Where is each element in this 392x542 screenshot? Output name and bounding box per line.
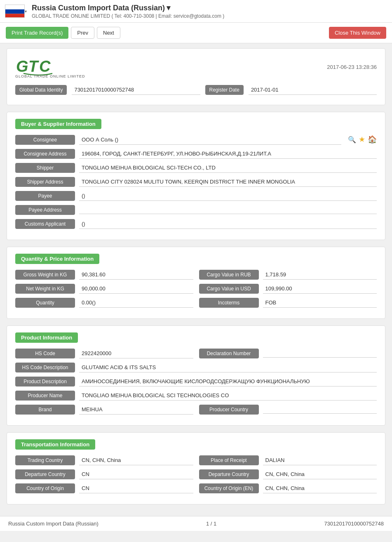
declaration-number-value [263,349,377,358]
country-of-origin-value: CN [79,483,193,493]
print-button[interactable]: Print Trade Record(s) [6,27,68,39]
departure-country-row: Departure Country CN [15,469,193,479]
producer-name-label: Producer Name [15,391,75,401]
quantity-value: 0.00() [79,298,193,308]
payee-label: Payee [15,191,75,201]
transportation-cols: Trading Country CN, CHN, China Departure… [15,455,377,497]
incoterms-value: FOB [263,298,377,308]
hs-code-label: HS Code [15,349,75,358]
departure-country-label: Departure Country [15,469,75,479]
page-subtitle: GLOBAL TRADE ONLINE LIMITED ( Tel: 400-7… [32,13,224,19]
record-header: G T C GLOBAL TRADE ONLINE LIMITED 2017-0… [15,55,377,78]
consignee-row: Consignee ООО А Соль () 🔍 ★ 🏠 [15,135,377,145]
logo-area: G T C GLOBAL TRADE ONLINE LIMITED [15,55,85,78]
quantity-price-cols: Gross Weight in KG 90,381.60 Net Weight … [15,270,377,312]
svg-text:T: T [28,58,39,75]
prev-button[interactable]: Prev [71,27,94,39]
buyer-supplier-card: Buyer & Supplier Information Consignee О… [7,112,385,240]
footer-center: 1 / 1 [206,521,216,527]
country-of-origin-en-label: Country of Origin (EN) [199,483,259,493]
top-bar: ▾ Russia Custom Import Data (Russian) ▾ … [0,0,392,23]
customs-applicant-value: () [79,219,377,229]
declaration-number-label: Declaration Number [199,349,259,358]
customs-applicant-label: Customs Applicant [15,219,75,229]
home-icon[interactable]: 🏠 [368,135,377,144]
close-button[interactable]: Close This Window [329,27,386,39]
hs-code-left: HS Code 2922420000 [15,349,193,363]
consignee-value: ООО А Соль () [79,135,341,145]
brand-label: Brand [15,405,75,415]
register-date-value: 2017-01-01 [249,85,377,95]
svg-text:C: C [39,58,51,75]
shipper-row: Shipper TONGLIAO MEIHUA BIOLOGICAL SCI-T… [15,163,377,173]
global-data-row: Global Data Identity 7301201701000075274… [15,85,377,95]
quantity-label: Quantity [15,298,75,308]
search-icon[interactable]: 🔍 [348,136,356,144]
product-description-row: Product Description АМИНОСОЕДИНЕНИЯ, ВКЛ… [15,377,377,386]
top-title-area: Russia Custom Import Data (Russian) ▾ GL… [32,3,224,19]
content-area: G T C GLOBAL TRADE ONLINE LIMITED 2017-0… [0,43,392,516]
cargo-rub-label: Cargo Value in RUB [199,270,259,280]
svg-text:G: G [16,58,28,75]
quantity-price-card: Quantity & Price Information Gross Weigh… [7,247,385,319]
product-info-title: Product Information [15,332,78,343]
next-button[interactable]: Next [97,27,120,39]
country-of-origin-en-value: CN, CHN, China [263,483,377,493]
register-date-label: Register Date [205,85,244,95]
flag-dropdown[interactable]: ▾ [25,9,27,14]
trading-country-value: CN, CHN, China [79,455,193,465]
incoterms-label: Incoterms [199,298,259,308]
brand-left: Brand MEIHUA [15,405,193,419]
brand-producer-country-row: Brand MEIHUA Producer Country [15,405,377,419]
departure-country-right-label: Departure Country [199,469,259,479]
consignee-address-value: 196084, ГОРОД, САНКТ-ПЕТЕРБУРГ, УЛ.НОВО-… [79,149,377,159]
consignee-address-label: Consignee Address [15,149,75,159]
footer-bar: Russia Custom Import Data (Russian) 1 / … [0,516,392,531]
declaration-number-row: Declaration Number [199,349,377,358]
incoterms-row: Incoterms FOB [199,298,377,308]
producer-country-value [263,405,377,414]
departure-country-right-row: Departure Country CN, CHN, China [199,469,377,479]
footer-left: Russia Custom Import Data (Russian) [8,521,99,527]
payee-row: Payee () [15,191,377,201]
transportation-title: Transportation Information [15,439,95,450]
shipper-address-value: TONGLIAO CITY 028024 MULITU TOWN, KEERQI… [79,177,377,187]
consignee-icons: 🔍 ★ 🏠 [348,135,377,144]
star-icon[interactable]: ★ [359,135,365,144]
hs-code-field-row: HS Code 2922420000 [15,349,193,358]
payee-value: () [79,191,377,201]
product-info-card: Product Information HS Code 2922420000 D… [7,325,385,426]
hs-description-row: HS Code Description GLUTAMIC ACID & ITS … [15,363,377,372]
gross-weight-label: Gross Weight in KG [15,270,75,280]
net-weight-row: Net Weight in KG 90,000.00 [15,284,193,294]
place-of-receipt-label: Place of Receipt [199,455,259,465]
footer-right: 73012017010000752748 [324,521,384,527]
trading-country-row: Trading Country CN, CHN, China [15,455,193,465]
brand-field-row: Brand MEIHUA [15,405,193,415]
producer-country-label: Producer Country [199,405,259,415]
product-description-label: Product Description [15,377,75,386]
departure-country-right-value: CN, CHN, China [263,469,377,479]
product-description-value: АМИНОСОЕДИНЕНИЯ, ВКЛЮЧАЮЩИЕ КИСЛОРОДСОДЕ… [79,377,377,386]
shipper-label: Shipper [15,163,75,173]
shipper-value: TONGLIAO MEIHUA BIOLOGICAL SCI-TECH CO.,… [79,163,377,173]
global-data-identity-label: Global Data Identity [15,85,67,95]
hs-code-row: HS Code 2922420000 Declaration Number [15,349,377,363]
producer-name-row: Producer Name TONGLIAO MEIHUA BIOLOGICAL… [15,391,377,401]
record-card: G T C GLOBAL TRADE ONLINE LIMITED 2017-0… [7,48,385,105]
gross-weight-row: Gross Weight in KG 90,381.60 [15,270,193,280]
transportation-right: Place of Receipt DALIAN Departure Countr… [199,455,377,497]
cargo-usd-row: Cargo Value in USD 109,990.00 [199,284,377,294]
gross-weight-value: 90,381.60 [79,270,193,280]
producer-country-row: Producer Country [199,405,377,415]
place-of-receipt-value: DALIAN [263,455,377,465]
hs-code-value: 2922420000 [79,349,193,358]
quantity-price-left: Gross Weight in KG 90,381.60 Net Weight … [15,270,193,312]
quantity-row: Quantity 0.00() [15,298,193,308]
toolbar: Print Trade Record(s) Prev Next Close Th… [0,23,392,43]
buyer-supplier-title: Buyer & Supplier Information [15,119,101,129]
title-arrow: ▾ [167,4,170,12]
global-data-identity-value: 73012017010000752748 [72,85,200,95]
producer-country-right: Producer Country [199,405,377,419]
hs-description-value: GLUTAMIC ACID & ITS SALTS [79,363,377,372]
